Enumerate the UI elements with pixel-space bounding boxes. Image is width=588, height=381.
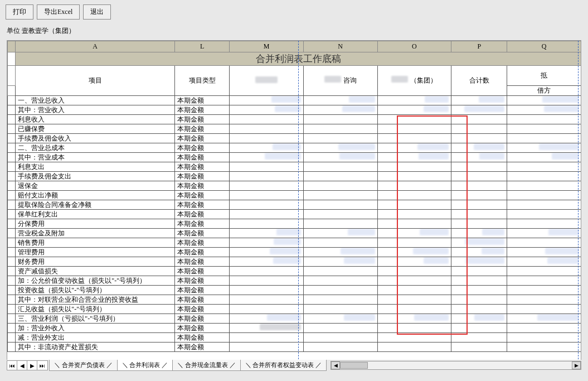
row-item[interactable]: 加：营业外收入 — [16, 324, 175, 333]
cell-o[interactable] — [377, 267, 451, 276]
row-item[interactable]: 保单红利支出 — [16, 210, 175, 219]
export-excel-button[interactable]: 导出Excel — [37, 4, 80, 20]
cell-o[interactable] — [377, 324, 451, 333]
row-type[interactable]: 本期金额 — [175, 105, 230, 115]
cell-q[interactable] — [507, 134, 581, 143]
cell-p[interactable] — [451, 229, 507, 238]
row-type[interactable]: 本期金额 — [175, 191, 230, 200]
cell-p[interactable] — [451, 257, 507, 267]
row-type[interactable]: 本期金额 — [175, 343, 230, 352]
cell-m[interactable] — [230, 238, 304, 248]
cell-n[interactable] — [303, 238, 377, 248]
spreadsheet-table[interactable]: ALMNOPQ合并利润表工作底稿项目项目类型咨询（集团）合计数抵借方一、营业总收… — [7, 41, 581, 352]
row-item[interactable]: 管理费用 — [16, 248, 175, 257]
row-type[interactable]: 本期金额 — [175, 276, 230, 286]
row-item[interactable]: 其中：营业收入 — [16, 105, 175, 115]
cell-o[interactable] — [377, 115, 451, 124]
cell-m[interactable] — [230, 324, 304, 333]
cell-o[interactable] — [377, 295, 451, 305]
row-type[interactable]: 本期金额 — [175, 96, 230, 105]
tab-nav-next-icon[interactable]: ▶ — [27, 361, 37, 370]
cell-m[interactable] — [230, 229, 304, 238]
cell-n[interactable] — [303, 305, 377, 314]
row-item[interactable]: 已赚保费 — [16, 124, 175, 134]
cell-n[interactable] — [303, 153, 377, 162]
cell-o[interactable] — [377, 276, 451, 286]
cell-m[interactable] — [230, 200, 304, 210]
cell-n[interactable] — [303, 124, 377, 134]
row-item[interactable]: 加：公允价值变动收益（损失以"-"号填列） — [16, 276, 175, 286]
column-header-O[interactable]: O — [377, 41, 451, 52]
cell-o[interactable] — [377, 210, 451, 219]
cell-m[interactable] — [230, 143, 304, 153]
sheet-tab[interactable]: ＼ 合并利润表 ／ — [117, 360, 173, 371]
row-type[interactable]: 本期金额 — [175, 134, 230, 143]
cell-p[interactable] — [451, 324, 507, 333]
cell-m[interactable] — [230, 257, 304, 267]
tab-nav-first-icon[interactable]: ⏮ — [7, 361, 17, 370]
cell-q[interactable] — [507, 276, 581, 286]
cell-p[interactable] — [451, 191, 507, 200]
row-item[interactable]: 减：营业外支出 — [16, 333, 175, 343]
row-type[interactable]: 本期金额 — [175, 200, 230, 210]
cell-q[interactable] — [507, 143, 581, 153]
cell-p[interactable] — [451, 276, 507, 286]
row-item[interactable]: 利息支出 — [16, 162, 175, 172]
cell-n[interactable] — [303, 295, 377, 305]
row-type[interactable]: 本期金额 — [175, 257, 230, 267]
cell-n[interactable] — [303, 115, 377, 124]
cell-q[interactable] — [507, 286, 581, 295]
cell-n[interactable] — [303, 276, 377, 286]
cell-n[interactable] — [303, 143, 377, 153]
cell-m[interactable] — [230, 181, 304, 191]
cell-m[interactable] — [230, 153, 304, 162]
cell-p[interactable] — [451, 314, 507, 324]
cell-p[interactable] — [451, 343, 507, 352]
cell-p[interactable] — [451, 105, 507, 115]
cell-p[interactable] — [451, 153, 507, 162]
cell-o[interactable] — [377, 219, 451, 229]
cell-n[interactable] — [303, 314, 377, 324]
row-type[interactable]: 本期金额 — [175, 267, 230, 276]
cell-o[interactable] — [377, 105, 451, 115]
row-type[interactable]: 本期金额 — [175, 314, 230, 324]
cell-q[interactable] — [507, 295, 581, 305]
cell-q[interactable] — [507, 219, 581, 229]
row-type[interactable]: 本期金额 — [175, 162, 230, 172]
cell-o[interactable] — [377, 238, 451, 248]
cell-p[interactable] — [451, 96, 507, 105]
row-type[interactable]: 本期金额 — [175, 238, 230, 248]
cell-m[interactable] — [230, 134, 304, 143]
scroll-thumb[interactable] — [340, 362, 368, 369]
row-type[interactable]: 本期金额 — [175, 219, 230, 229]
cell-o[interactable] — [377, 143, 451, 153]
cell-q[interactable] — [507, 153, 581, 162]
row-item[interactable]: 销售费用 — [16, 238, 175, 248]
row-type[interactable]: 本期金额 — [175, 305, 230, 314]
cell-o[interactable] — [377, 134, 451, 143]
cell-n[interactable] — [303, 333, 377, 343]
cell-n[interactable] — [303, 343, 377, 352]
cell-q[interactable] — [507, 229, 581, 238]
cell-q[interactable] — [507, 267, 581, 276]
cell-q[interactable] — [507, 324, 581, 333]
row-type[interactable]: 本期金额 — [175, 286, 230, 295]
cell-o[interactable] — [377, 305, 451, 314]
row-item[interactable]: 利息收入 — [16, 115, 175, 124]
row-item[interactable]: 其中：非流动资产处置损失 — [16, 343, 175, 352]
cell-n[interactable] — [303, 248, 377, 257]
cell-q[interactable] — [507, 314, 581, 324]
row-item[interactable]: 其中：营业成本 — [16, 153, 175, 162]
cell-o[interactable] — [377, 96, 451, 105]
cell-m[interactable] — [230, 172, 304, 181]
scroll-right-icon[interactable]: ▶ — [572, 361, 581, 369]
cell-q[interactable] — [507, 248, 581, 257]
cell-o[interactable] — [377, 257, 451, 267]
cell-m[interactable] — [230, 162, 304, 172]
row-type[interactable]: 本期金额 — [175, 248, 230, 257]
cell-o[interactable] — [377, 343, 451, 352]
cell-q[interactable] — [507, 162, 581, 172]
cell-q[interactable] — [507, 181, 581, 191]
cell-o[interactable] — [377, 286, 451, 295]
print-button[interactable]: 打印 — [6, 4, 33, 20]
